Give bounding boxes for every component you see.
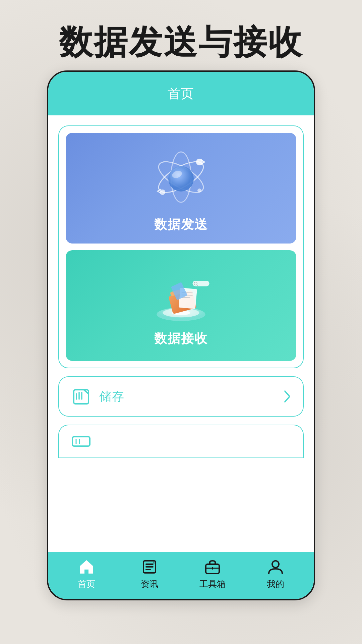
- send-icon: [147, 144, 215, 211]
- svg-rect-29: [145, 564, 154, 565]
- features-card: 数据发送: [58, 125, 304, 368]
- chevron-right-icon: [283, 390, 291, 403]
- phone-frame: 首页: [47, 70, 315, 600]
- storage-label: 储存: [99, 388, 125, 405]
- svg-rect-30: [145, 566, 154, 568]
- partial-row: [58, 425, 304, 458]
- send-button-label: 数据发送: [154, 216, 208, 233]
- nav-label-news: 资讯: [141, 578, 158, 590]
- svg-rect-25: [72, 437, 90, 446]
- app-header: 首页: [48, 72, 314, 115]
- nav-label-profile: 我的: [267, 578, 284, 590]
- bottom-navigation: 首页 资讯: [48, 552, 314, 599]
- home-icon: [78, 558, 95, 576]
- profile-icon: [267, 558, 284, 576]
- news-icon: [141, 558, 158, 576]
- svg-point-3: [168, 166, 194, 192]
- toolbox-icon: [204, 558, 221, 576]
- svg-rect-18: [193, 281, 209, 286]
- storage-row[interactable]: 储存: [58, 376, 304, 417]
- nav-label-tools: 工具箱: [199, 578, 226, 590]
- data-send-button[interactable]: 数据发送: [66, 133, 296, 244]
- data-receive-button[interactable]: 数据接收: [66, 250, 296, 361]
- page-title: 数据发送与接收: [0, 20, 362, 65]
- header-title: 首页: [168, 85, 194, 102]
- svg-point-35: [272, 561, 279, 568]
- nav-item-home[interactable]: 首页: [55, 558, 118, 590]
- nav-item-tools[interactable]: 工具箱: [181, 558, 244, 590]
- nav-item-profile[interactable]: 我的: [244, 558, 307, 590]
- nav-label-home: 首页: [78, 578, 95, 590]
- partial-row-icon: [71, 434, 91, 449]
- receive-button-label: 数据接收: [154, 330, 208, 347]
- svg-rect-31: [145, 569, 151, 570]
- svg-point-7: [197, 189, 201, 193]
- storage-left: 储存: [71, 386, 125, 407]
- sd-card-icon: [71, 386, 91, 407]
- receive-icon: [147, 264, 215, 325]
- svg-point-6: [160, 190, 165, 195]
- phone-content: 数据发送: [48, 115, 314, 555]
- nav-item-news[interactable]: 资讯: [118, 558, 181, 590]
